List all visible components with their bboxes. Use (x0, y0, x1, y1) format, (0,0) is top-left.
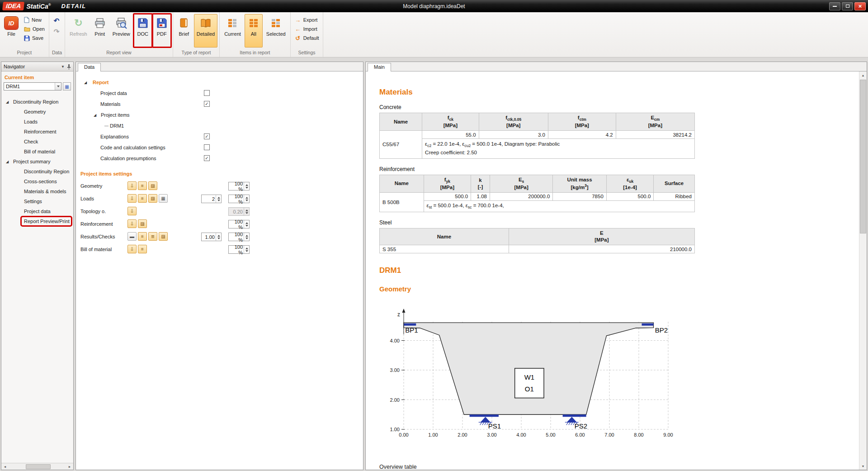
navigator-item-cross-sections[interactable]: Cross-sections (1, 176, 73, 186)
expander-icon[interactable]: ◢ (84, 81, 87, 85)
report-tree-root[interactable]: ◢ Report (76, 77, 363, 88)
report-tree-item-materials[interactable]: Materials✓ (76, 99, 363, 109)
current-item-combobox[interactable]: DRM1 (4, 82, 61, 90)
print-button[interactable]: Print (91, 14, 109, 48)
scroll-left-icon[interactable]: ◄ (2, 465, 8, 468)
checkbox[interactable]: ✓ (204, 133, 210, 139)
spinner-arrows[interactable] (244, 220, 249, 228)
navigator-item-loads[interactable]: Loads (1, 117, 73, 127)
checkbox[interactable] (204, 144, 210, 150)
expander-icon[interactable]: ◢ (6, 100, 9, 104)
open-button[interactable]: Open (22, 25, 47, 33)
spinner-arrows[interactable] (244, 233, 249, 241)
spinner-arrows[interactable] (216, 195, 221, 203)
tab-main[interactable]: Main (368, 63, 391, 71)
undo-button[interactable]: ↶ (51, 16, 62, 26)
navigator-item-geometry[interactable]: Geometry (1, 107, 73, 117)
strip-icon-button[interactable]: ▬ (127, 232, 137, 241)
report-tree-item-project-data[interactable]: Project data (76, 88, 363, 99)
export-button[interactable]: → Export (292, 16, 321, 24)
default-button[interactable]: ↺ Default (292, 34, 321, 42)
navigator-item-discontinuity-region[interactable]: Discontinuity Region (1, 167, 73, 176)
report-tree-item-explanations[interactable]: Explanations✓ (76, 131, 363, 142)
scale-spinner[interactable]: 100 % (228, 233, 250, 241)
navigator-item-report-preview-print[interactable]: Report Preview/Print (1, 216, 73, 226)
spinner-down-icon[interactable] (217, 200, 220, 201)
combobox-arrow-icon[interactable] (55, 83, 61, 90)
spinner-down-icon[interactable] (217, 238, 220, 239)
spinner-up-icon[interactable] (245, 247, 248, 249)
navigator-item-settings[interactable]: Settings (1, 196, 73, 206)
all-items-button[interactable]: All (245, 14, 263, 48)
navigator-item-project-data[interactable]: Project data (1, 206, 73, 216)
scale-spinner[interactable]: 100 % (228, 182, 250, 190)
navigator-item-materials-models[interactable]: Materials & models (1, 186, 73, 196)
maximize-button[interactable] (842, 2, 853, 10)
navigator-item-project-summary[interactable]: ◢Project summary (1, 157, 73, 167)
picture-icon-button[interactable]: ▨ (138, 219, 147, 228)
refresh-button[interactable]: ↻ Refresh (67, 14, 90, 48)
image-export-icon-button[interactable]: ⇩ (127, 207, 137, 215)
report-tree-item-code-and-calculation-settings[interactable]: Code and calculation settings (76, 142, 363, 153)
scale-spinner[interactable]: 100 % (228, 245, 250, 254)
image-export-icon-button[interactable]: ⇩ (127, 245, 137, 253)
selected-items-button[interactable]: Selected (264, 14, 288, 48)
scroll-right-icon[interactable]: ► (67, 465, 72, 468)
spinner-arrows[interactable] (244, 195, 249, 203)
navigator-item-tool-button[interactable]: ▦ (63, 82, 71, 90)
pin-icon[interactable] (67, 64, 71, 70)
spinner-arrows[interactable] (216, 233, 221, 241)
close-button[interactable]: × (854, 2, 866, 10)
picture-icon-button[interactable]: ▨ (148, 194, 157, 203)
save-button[interactable]: Save (22, 34, 47, 42)
tab-data[interactable]: Data (78, 63, 101, 71)
main-vscrollbar[interactable]: ▲ ▼ (859, 71, 867, 470)
scroll-up-icon[interactable]: ▲ (859, 71, 867, 79)
expander-icon[interactable]: ◢ (6, 160, 9, 164)
navigator-item-bill-of-material[interactable]: Bill of material (1, 147, 73, 157)
minimize-button[interactable] (829, 2, 840, 10)
value-input[interactable]: 1.00 (201, 233, 222, 241)
spinner-up-icon[interactable] (217, 197, 220, 199)
picture-icon-button[interactable]: ▨ (148, 181, 157, 190)
report-tree-item-drm1[interactable]: DRM1 (76, 120, 363, 131)
checkbox[interactable]: ✓ (204, 101, 210, 107)
spinner-up-icon[interactable] (245, 222, 248, 224)
scale-spinner[interactable]: 100 % (228, 220, 250, 228)
current-items-button[interactable]: Current (222, 14, 244, 48)
pdf-export-button[interactable]: PDF (153, 14, 171, 48)
navigator-item-check[interactable]: Check (1, 137, 73, 147)
scroll-down-icon[interactable]: ▼ (859, 462, 867, 470)
scroll-thumb[interactable] (26, 464, 51, 469)
spinner-up-icon[interactable] (245, 235, 248, 237)
table-icon-button[interactable]: ▦ (159, 194, 168, 203)
image-export-icon-button[interactable]: ⇩ (127, 219, 137, 228)
spinner-down-icon[interactable] (245, 225, 248, 227)
image-export-icon-button[interactable]: ⇩ (127, 194, 137, 203)
scale-spinner[interactable]: 100 % (228, 195, 250, 203)
list-detail-icon-button[interactable]: ≣ (148, 232, 157, 241)
spinner-up-icon[interactable] (217, 235, 220, 237)
file-button[interactable]: ID File (2, 14, 21, 48)
checkbox[interactable] (204, 90, 210, 96)
spinner-down-icon[interactable] (245, 238, 248, 239)
preview-button[interactable]: Preview (110, 14, 133, 48)
navigator-item-discontinuity-region[interactable]: ◢Discontinuity Region (1, 97, 73, 107)
report-tree-item-calculation-presumptions[interactable]: Calculation presumptions✓ (76, 153, 363, 164)
report-tree-item-project-items[interactable]: ◢Project items (76, 109, 363, 120)
list-icon-button[interactable]: ≡ (138, 232, 147, 241)
detailed-button[interactable]: Detailed (194, 14, 217, 48)
navigator-hscrollbar[interactable]: ◄ ► (1, 463, 73, 470)
redo-button[interactable]: ↷ (51, 27, 62, 37)
picture-icon-button[interactable]: ▨ (159, 232, 168, 241)
spinner-down-icon[interactable] (245, 187, 248, 189)
navigator-item-reinforcement[interactable]: Reinforcement (1, 127, 73, 137)
expander-icon[interactable]: ◢ (94, 113, 96, 117)
doc-export-button[interactable]: DOC (134, 14, 152, 48)
spinner-arrows[interactable] (244, 182, 249, 190)
list-icon-button[interactable]: ≡ (138, 194, 147, 203)
spinner-arrows[interactable] (244, 246, 249, 253)
brief-button[interactable]: Brief (175, 14, 193, 48)
new-button[interactable]: New (22, 16, 47, 24)
spinner-down-icon[interactable] (245, 250, 248, 252)
